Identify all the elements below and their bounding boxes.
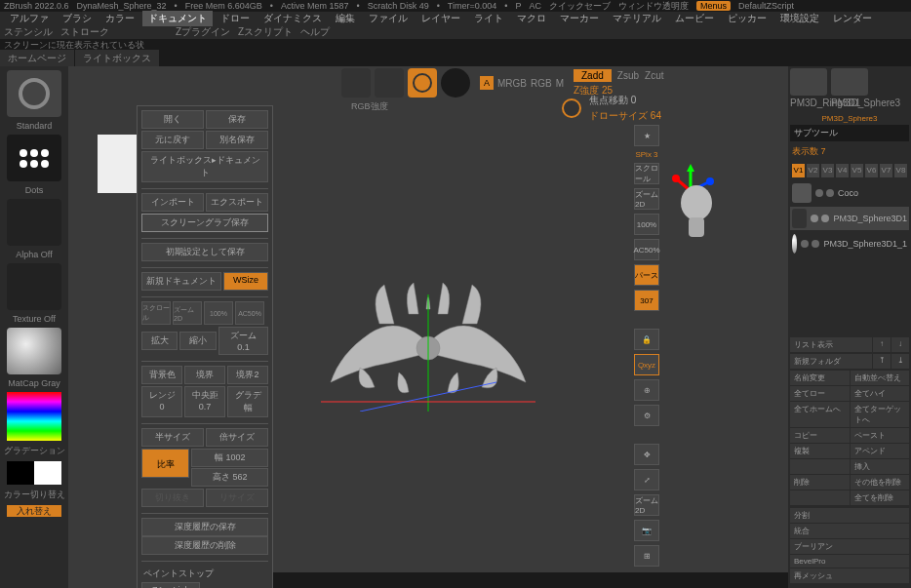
- depth-save-button[interactable]: 深度履歴の保存: [141, 518, 268, 536]
- subtool-header[interactable]: サブツール: [790, 125, 909, 141]
- action-cell-5[interactable]: 全てターゲットへ: [851, 402, 910, 427]
- action-cell-10[interactable]: [790, 459, 850, 474]
- bpr-button[interactable]: ★: [634, 125, 659, 146]
- zoom2d-button[interactable]: ズーム2D: [634, 188, 659, 210]
- action-cell-14[interactable]: [790, 490, 850, 505]
- action-cell-8[interactable]: 複製: [790, 444, 850, 458]
- tab-homepage[interactable]: ホームページ: [0, 50, 74, 67]
- scroll-icon[interactable]: スクロール: [141, 301, 171, 325]
- rgb-intensity-label[interactable]: RGB強度: [351, 100, 388, 113]
- new-folder[interactable]: 新規フォルダ: [790, 354, 872, 369]
- version-V2[interactable]: V2: [807, 164, 819, 177]
- focal-label[interactable]: 焦点移動 0: [589, 94, 661, 107]
- menu-0[interactable]: アルファ: [4, 11, 55, 26]
- doublesize-button[interactable]: 倍サイズ: [206, 428, 268, 447]
- lightbox-doc-button[interactable]: ライトボックス▸ドキュメント: [141, 151, 268, 182]
- spix-label[interactable]: SPix 3: [635, 150, 657, 159]
- menu-1[interactable]: ブラシ: [57, 11, 98, 26]
- stroke-menu[interactable]: ストローク: [60, 25, 109, 39]
- color-picker[interactable]: [7, 392, 61, 441]
- width-field[interactable]: 幅 1002: [191, 449, 268, 467]
- xyz-button[interactable]: Qxyz: [634, 354, 659, 375]
- ratio-button[interactable]: 比率: [141, 449, 189, 478]
- action-cell-0[interactable]: 名前変更: [790, 371, 850, 385]
- menu-15[interactable]: 環境設定: [774, 11, 825, 26]
- action-cell-2[interactable]: 全てロー: [790, 386, 850, 401]
- stencil-menu[interactable]: ステンシル: [4, 25, 53, 39]
- rotate-icon[interactable]: [375, 68, 404, 98]
- list-display[interactable]: リスト表示: [790, 337, 872, 352]
- menu-11[interactable]: マーカー: [554, 11, 605, 26]
- version-V8[interactable]: V8: [894, 164, 907, 177]
- action-cell-3[interactable]: 全てハイ: [851, 386, 910, 401]
- texture-swatch[interactable]: [7, 263, 61, 310]
- single-cell-0[interactable]: 分割: [790, 508, 909, 523]
- floor-button[interactable]: 307: [634, 290, 659, 311]
- revert-button[interactable]: 元に戻す: [141, 131, 204, 149]
- grad-slider[interactable]: グラデ幅: [227, 386, 268, 417]
- action-cell-9[interactable]: アペンド: [851, 444, 910, 458]
- depth-del-button[interactable]: 深度履歴の削除: [141, 536, 268, 555]
- new-doc-button[interactable]: 新規ドキュメント: [141, 272, 221, 291]
- bgcolor-button[interactable]: 背景色: [141, 366, 182, 384]
- action-cell-7[interactable]: ペースト: [851, 428, 910, 443]
- halfsize-button[interactable]: 半サイズ: [141, 428, 204, 447]
- scroll-button[interactable]: スクロール: [634, 163, 659, 184]
- menus-toggle[interactable]: Menus: [696, 1, 731, 11]
- grid-icon[interactable]: ⊞: [634, 545, 659, 567]
- export-button[interactable]: エクスポート: [206, 193, 268, 212]
- brush-swatch[interactable]: [7, 70, 61, 117]
- rgb-toggle[interactable]: RGB: [531, 78, 552, 89]
- menu-13[interactable]: ムービー: [669, 11, 720, 26]
- dark-mode-button[interactable]: [441, 68, 470, 98]
- thumb-sphere[interactable]: PM3D_Sphere3: [831, 68, 870, 108]
- menu-6[interactable]: 編集: [330, 11, 361, 26]
- scale-icon[interactable]: [341, 68, 371, 98]
- version-V1[interactable]: V1: [792, 164, 805, 177]
- action-cell-12[interactable]: 削除: [790, 475, 850, 490]
- ac100-icon[interactable]: 100%: [204, 301, 233, 325]
- action-cell-11[interactable]: 挿入: [851, 459, 910, 474]
- menu-7[interactable]: ファイル: [363, 11, 414, 26]
- shrink-button[interactable]: 縮小: [179, 332, 216, 350]
- dots-swatch[interactable]: [7, 135, 61, 181]
- version-V3[interactable]: V3: [821, 164, 834, 177]
- action-cell-6[interactable]: コピー: [790, 428, 850, 443]
- version-V4[interactable]: V4: [836, 164, 849, 177]
- scale-button[interactable]: ⤢: [634, 469, 659, 490]
- wsize-button[interactable]: WSize: [223, 272, 268, 291]
- mrgb-toggle[interactable]: MRGB: [497, 78, 527, 89]
- subtool-item-sphere3d1-1[interactable]: PM3D_Sphere3D1_1: [790, 232, 909, 255]
- up-arrow-icon[interactable]: ↑: [873, 337, 891, 352]
- alpha-swatch[interactable]: [7, 199, 61, 246]
- crop-button[interactable]: 切り抜き: [141, 489, 204, 507]
- save-init-button[interactable]: 初期設定として保存: [141, 243, 268, 261]
- matcap-swatch[interactable]: [7, 328, 61, 374]
- zadd-button[interactable]: Zadd: [574, 69, 612, 82]
- version-V6[interactable]: V6: [865, 164, 878, 177]
- single-cell-1[interactable]: 統合: [790, 524, 909, 538]
- resize-button[interactable]: リサイズ: [206, 489, 268, 507]
- version-V7[interactable]: V7: [880, 164, 892, 177]
- lock-button[interactable]: 🔒: [634, 329, 659, 350]
- down-arrow-icon[interactable]: ↓: [891, 337, 909, 352]
- drawsize-slider[interactable]: ドローサイズ 64: [589, 109, 661, 123]
- menu-3[interactable]: ドキュメント: [142, 11, 213, 26]
- center-slider[interactable]: 中央距 0.7: [184, 386, 225, 417]
- import-button[interactable]: インポート: [141, 193, 204, 212]
- focal-knob[interactable]: [562, 98, 581, 118]
- down-bottom-icon[interactable]: ⤓: [891, 354, 909, 369]
- zapplink-button[interactable]: ZAppLink: [141, 582, 200, 588]
- action-cell-1[interactable]: 自動並べ替え: [851, 371, 910, 385]
- bw-swatches[interactable]: [7, 461, 61, 485]
- screengrab-button[interactable]: スクリーングラブ保存: [141, 214, 268, 232]
- menu-4[interactable]: ドロー: [215, 11, 256, 26]
- brush-mode-button[interactable]: [408, 68, 437, 98]
- zoom-slider[interactable]: ズーム 0.1: [218, 327, 268, 355]
- subtool-item-sphere3d1[interactable]: PM3D_Sphere3D1: [790, 207, 909, 230]
- menu-16[interactable]: レンダー: [827, 11, 878, 26]
- action-cell-13[interactable]: その他を削除: [851, 475, 910, 490]
- save-button[interactable]: 保存: [206, 110, 268, 129]
- enlarge-button[interactable]: 拡大: [141, 332, 178, 350]
- menu-8[interactable]: レイヤー: [416, 11, 466, 26]
